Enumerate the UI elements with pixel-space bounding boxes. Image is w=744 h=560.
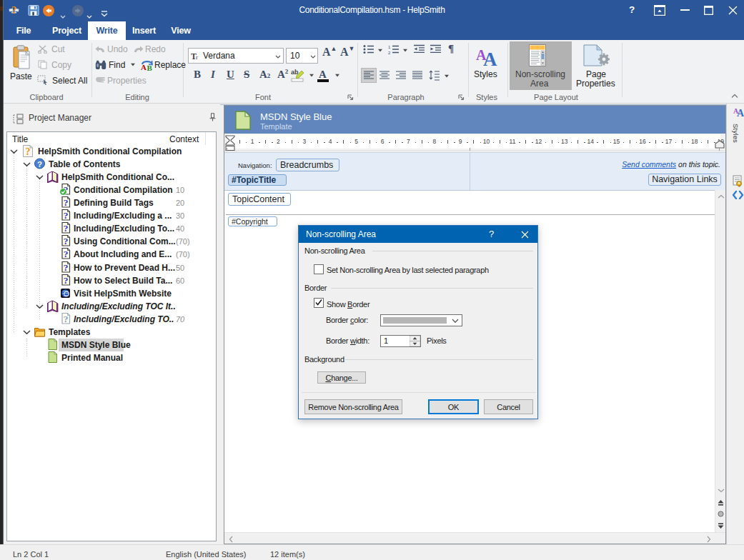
svg-text:?: ? (64, 210, 69, 221)
svg-text:?: ? (26, 146, 31, 157)
svg-text:?: ? (64, 314, 69, 324)
svg-text:A: A (737, 108, 744, 118)
svg-text:r: r (196, 54, 198, 61)
svg-text:A: A (483, 49, 497, 67)
svg-text:1: 1 (388, 45, 391, 49)
svg-text:?: ? (64, 236, 69, 246)
svg-text:?: ? (64, 262, 69, 273)
svg-text:?: ? (37, 160, 42, 169)
svg-text:2: 2 (388, 51, 391, 55)
svg-text:?: ? (64, 223, 69, 234)
svg-text:B: B (147, 64, 153, 71)
svg-text:?: ? (64, 249, 69, 259)
svg-text:?: ? (64, 197, 69, 208)
svg-text:?: ? (64, 275, 69, 286)
svg-text:A: A (141, 63, 147, 71)
